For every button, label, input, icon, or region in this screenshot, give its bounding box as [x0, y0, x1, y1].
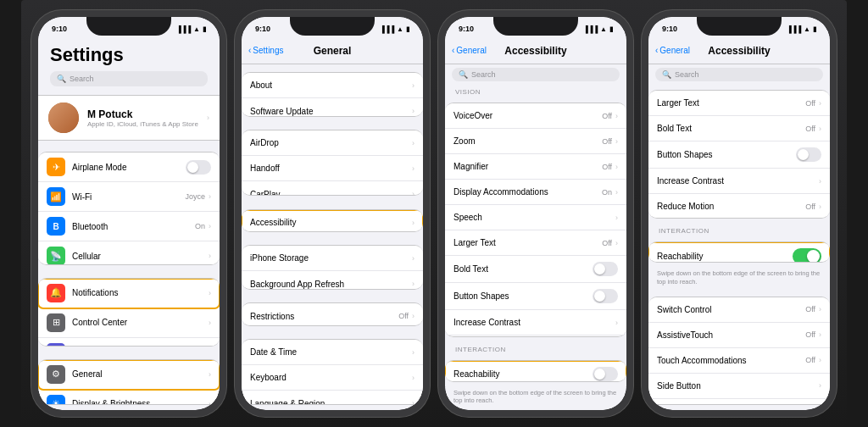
date-time-item[interactable]: Date & Time ›: [242, 340, 423, 365]
reachability-toggle-4[interactable]: [793, 248, 821, 263]
restrictions-item[interactable]: Restrictions Off ›: [242, 303, 423, 325]
airplane-toggle[interactable]: [186, 160, 211, 175]
screen-2: 9:10 ▐▐▐ ▲ ▮ ‹ Settings General About ›: [242, 17, 423, 410]
software-update-label: Software Update: [250, 107, 412, 116]
bold-text-toggle[interactable]: [593, 262, 618, 276]
zoom-chevron: ›: [615, 137, 618, 146]
reachability-item-4[interactable]: Reachability: [648, 242, 830, 263]
wifi-icon-2: ▲: [397, 25, 403, 33]
wifi-item[interactable]: 📶 Wi-Fi Joyce ›: [38, 182, 220, 212]
handoff-item[interactable]: Handoff ›: [242, 156, 423, 181]
time-2: 9:10: [255, 25, 270, 33]
dnd-item[interactable]: 🌙 Do Not Disturb ›: [38, 338, 220, 347]
settings-search[interactable]: 🔍 Search: [50, 71, 208, 86]
date-time-label: Date & Time: [250, 347, 412, 357]
switch-control-item[interactable]: Switch Control Off ›: [648, 297, 830, 323]
about-label: About: [250, 80, 412, 90]
zoom-item[interactable]: Zoom Off ›: [445, 129, 626, 154]
search-placeholder: Search: [70, 75, 94, 83]
search-input-4[interactable]: 🔍 Search: [655, 68, 823, 81]
wifi-label: Wi-Fi: [72, 192, 185, 202]
reachability-item-3[interactable]: Reachability: [445, 361, 626, 381]
back-button-4[interactable]: ‹ General: [655, 46, 690, 55]
back-arrow-2: ‹: [248, 46, 251, 55]
larger-text-item-4[interactable]: Larger Text Off ›: [648, 91, 830, 116]
screen-3: 9:10 ▐▐▐ ▲ ▮ ‹ General Accessibility 🔍 S…: [445, 17, 626, 410]
back-button-3[interactable]: ‹ General: [452, 46, 487, 55]
increase-contrast-item-4[interactable]: Increase Contrast ›: [648, 169, 830, 194]
notch-4: [697, 17, 782, 36]
time-1: 9:10: [52, 25, 67, 33]
bold-text-item[interactable]: Bold Text: [445, 256, 626, 283]
larger-text-item[interactable]: Larger Text Off ›: [445, 230, 626, 256]
search-bar-3: 🔍 Search: [445, 64, 626, 85]
reachability-label-4: Reachability: [657, 252, 793, 261]
search-icon-3: 🔍: [459, 70, 468, 79]
touch-acc-item[interactable]: Touch Accommodations Off ›: [648, 348, 830, 374]
bluetooth-item[interactable]: B Bluetooth On ›: [38, 212, 220, 241]
wifi-icon: ▲: [193, 25, 200, 33]
control-center-item[interactable]: ⊞ Control Center ›: [38, 308, 220, 338]
display-acc-label: Display Accommodations: [453, 187, 602, 197]
bold-text-item-4[interactable]: Bold Text Off ›: [648, 116, 830, 141]
magnifier-chevron: ›: [615, 163, 618, 171]
increase-contrast-item[interactable]: Increase Contrast ›: [445, 310, 626, 336]
keyboard-label: Keyboard: [250, 373, 412, 382]
notifications-icon: 🔔: [47, 284, 65, 302]
airdrop-chevron: ›: [412, 139, 415, 147]
general-group-accessibility: Accessibility ›: [242, 209, 423, 232]
siri-item[interactable]: Siri ›: [648, 399, 830, 405]
speech-item[interactable]: Speech ›: [445, 205, 626, 230]
software-update-chevron: ›: [412, 107, 415, 115]
profile-name: M Potuck: [87, 108, 198, 120]
about-item[interactable]: About ›: [242, 73, 423, 98]
background-refresh-item[interactable]: Background App Refresh ›: [242, 271, 423, 290]
general-group-2: AirDrop › Handoff › CarPlay ›: [242, 130, 423, 196]
keyboard-item[interactable]: Keyboard ›: [242, 365, 423, 391]
search-bar-4: 🔍 Search: [648, 64, 830, 85]
more-group-4: Switch Control Off › AssistiveTouch Off …: [648, 297, 830, 405]
phone-4: 9:10 ▐▐▐ ▲ ▮ ‹ General Accessibility 🔍 S…: [642, 10, 837, 417]
phone-2: 9:10 ▐▐▐ ▲ ▮ ‹ Settings General About ›: [235, 10, 430, 417]
airdrop-item[interactable]: AirDrop ›: [242, 130, 423, 156]
accessibility-label: Accessibility: [250, 218, 412, 227]
reduce-motion-item[interactable]: Reduce Motion Off ›: [445, 336, 626, 337]
accessibility-item[interactable]: Accessibility ›: [242, 210, 423, 232]
reduce-motion-item-4[interactable]: Reduce Motion Off ›: [648, 194, 830, 219]
back-button-2[interactable]: ‹ Settings: [248, 46, 283, 55]
iphone-storage-item[interactable]: iPhone Storage ›: [242, 246, 423, 271]
button-shapes-item[interactable]: Button Shapes: [445, 283, 626, 310]
button-shapes-toggle[interactable]: [593, 289, 618, 303]
side-button-item[interactable]: Side Button ›: [648, 374, 830, 399]
reachability-toggle-3[interactable]: [593, 367, 618, 381]
cellular-item[interactable]: 📡 Cellular ›: [38, 241, 220, 265]
carplay-item[interactable]: CarPlay ›: [242, 181, 423, 196]
speech-label: Speech: [453, 213, 615, 222]
search-input-3[interactable]: 🔍 Search: [452, 68, 620, 81]
airdrop-label: AirDrop: [250, 138, 412, 147]
restrictions-chevron: ›: [412, 312, 415, 320]
wifi-icon-item: 📶: [47, 187, 65, 206]
profile-row[interactable]: M Potuck Apple ID, iCloud, iTunes & App …: [38, 95, 220, 141]
voiceover-item[interactable]: VoiceOver Off ›: [445, 103, 626, 129]
general-group-3: iPhone Storage › Background App Refresh …: [242, 245, 423, 290]
display-item[interactable]: ☀ Display & Brightness ›: [38, 390, 220, 405]
iphone-storage-chevron: ›: [412, 254, 415, 263]
notch-3: [493, 17, 578, 36]
display-acc-item[interactable]: Display Accommodations On ›: [445, 180, 626, 205]
notifications-item[interactable]: 🔔 Notifications ›: [38, 279, 220, 308]
speech-chevron: ›: [615, 214, 618, 222]
button-shapes-item-4[interactable]: Button Shapes: [648, 141, 830, 169]
software-update-item[interactable]: Software Update ›: [242, 98, 423, 117]
time-4: 9:10: [662, 25, 677, 33]
magnifier-item[interactable]: Magnifier Off ›: [445, 154, 626, 180]
side-button-chevron: ›: [819, 381, 821, 390]
airplane-mode-item[interactable]: ✈ Airplane Mode: [38, 152, 220, 182]
language-region-item[interactable]: Language & Region ›: [242, 391, 423, 405]
assistive-touch-item[interactable]: AssistiveTouch Off ›: [648, 323, 830, 348]
larger-text-value: Off: [602, 239, 612, 247]
button-shapes-toggle-4[interactable]: [796, 147, 821, 162]
general-item[interactable]: ⚙ General ›: [38, 360, 220, 390]
voiceover-chevron: ›: [615, 112, 618, 120]
status-icons-1: ▐▐▐ ▲ ▮: [176, 25, 206, 33]
